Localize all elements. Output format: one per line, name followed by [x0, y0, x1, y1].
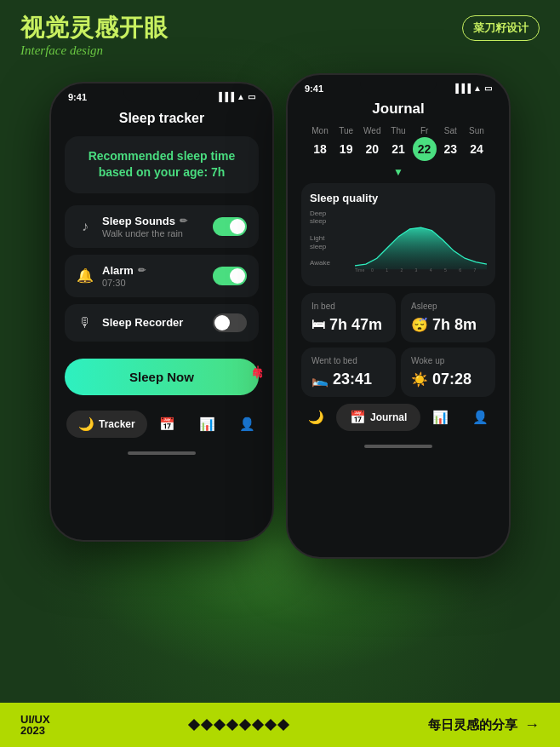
bar-chart-icon-right: 📊: [432, 410, 449, 425]
moon-icon: 🌙: [78, 417, 94, 432]
nav-tracker[interactable]: 🌙 Tracker: [66, 411, 147, 438]
footer-diamonds: [190, 721, 288, 729]
stat-value-1: 😴 7h 8m: [411, 316, 485, 334]
nav-profile[interactable]: 👤: [227, 411, 267, 438]
screen-title: Sleep tracker: [65, 111, 259, 126]
setting-name-2: Sleep Recorder: [102, 316, 204, 329]
battery-icon: ▭: [248, 92, 255, 101]
right-phone: 9:41 ▐▐▐ ▲ ▭ Journal Mon 18 Tue: [286, 73, 511, 559]
diamond-8: [277, 719, 289, 731]
stat-label-0: In bed: [311, 302, 386, 311]
label-deep: Deepsleep: [310, 210, 348, 226]
nav-journal[interactable]: 📅 Journal: [336, 404, 420, 431]
footer-bar: UI/UX 2023 每日灵感的分享 →: [0, 703, 560, 747]
signal-icon: ▐▐▐: [216, 92, 234, 101]
bottom-nav-right: 🌙 📅 Journal 📊 👤: [288, 397, 509, 441]
calendar-strip: Mon 18 Tue 19 Wed 20 Thu 21: [301, 126, 495, 161]
sleep-now-button[interactable]: Sleep Now: [65, 359, 259, 395]
sun-emoji: ☀️: [411, 371, 428, 388]
mic-icon: 🎙: [77, 315, 94, 330]
bar-chart-icon: 📊: [199, 417, 215, 432]
cal-wed: Wed 20: [360, 126, 384, 161]
nav-profile-right[interactable]: 👤: [460, 404, 500, 431]
left-phone-screen: Sleep tracker Recommended sleep time bas…: [51, 111, 272, 404]
header: 视觉灵感开眼 Interface design 菜刀籽设计: [0, 0, 560, 65]
svg-text:6: 6: [459, 267, 461, 273]
cal-tue: Tue 19: [334, 126, 358, 161]
svg-text:5: 5: [444, 267, 447, 273]
home-indicator-left: [128, 451, 196, 455]
status-icons-left: ▐▐▐ ▲ ▭: [216, 92, 255, 101]
stats-grid: In bed 🛏 7h 47m Asleep 😴 7h 8m: [301, 293, 495, 397]
stat-in-bed: In bed 🛏 7h 47m: [301, 293, 396, 342]
diamond-6: [252, 719, 264, 731]
svg-text:2: 2: [400, 267, 403, 273]
toggle-1[interactable]: [213, 267, 247, 285]
bed-emoji: 🛏: [311, 317, 325, 332]
status-icons-right: ▐▐▐ ▲ ▭: [453, 83, 492, 93]
toggle-2[interactable]: [213, 313, 247, 332]
calendar-icon-right: 📅: [350, 410, 366, 425]
recommend-box: Recommended sleep time based on your age…: [65, 136, 259, 193]
diamond-4: [226, 719, 238, 731]
page-wrapper: 视觉灵感开眼 Interface design 菜刀籽设计 9:41 ▐▐▐ ▲…: [0, 0, 560, 747]
footer-right: 每日灵感的分享 →: [428, 716, 540, 734]
setting-info-1: Alarm ✏ 07:30: [102, 264, 204, 288]
svg-text:0: 0: [371, 267, 374, 273]
recommend-value: 7h: [211, 165, 225, 179]
edit-icon-1: ✏: [138, 265, 146, 276]
cal-fri: Fr 22: [413, 126, 437, 161]
label-awake: Awake: [310, 259, 348, 267]
music-icon: ♪: [77, 219, 94, 234]
chart-area: Deepsleep Lightsleep Awake: [310, 210, 487, 281]
setting-row-0[interactable]: ♪ Sleep Sounds ✏ Walk under the rain: [65, 205, 259, 248]
nav-calendar[interactable]: 📅: [147, 411, 187, 438]
footer-year: 2023: [20, 725, 50, 736]
setting-info-0: Sleep Sounds ✏ Walk under the rain: [102, 215, 204, 238]
chart-title: Sleep quality: [310, 192, 487, 204]
stat-value-2: 🛌 23:41: [311, 371, 386, 388]
chevron-down-icon: ▼: [301, 166, 495, 178]
sleeping-emoji: 🛌: [311, 371, 329, 388]
setting-sub-0: Walk under the rain: [102, 228, 204, 238]
stat-value-0: 🛏 7h 47m: [311, 316, 386, 334]
nav-stats[interactable]: 📊: [187, 411, 227, 438]
diamond-1: [188, 719, 200, 731]
sub-title: Interface design: [20, 43, 169, 58]
setting-row-2[interactable]: 🎙 Sleep Recorder: [65, 304, 259, 342]
cal-sun: Sun 24: [465, 126, 489, 161]
title-block: 视觉灵感开眼 Interface design: [20, 15, 169, 58]
footer-left: UI/UX 2023: [20, 714, 50, 736]
setting-row-1[interactable]: 🔔 Alarm ✏ 07:30: [65, 255, 259, 297]
nav-stats-right[interactable]: 📊: [420, 404, 460, 431]
setting-info-2: Sleep Recorder: [102, 316, 204, 329]
setting-sub-1: 07:30: [102, 278, 204, 288]
signal-icon-r: ▐▐▐: [453, 83, 471, 93]
footer-slogan: 每日灵感的分享: [428, 717, 517, 733]
status-time-left: 9:41: [68, 92, 87, 102]
calendar-icon: 📅: [159, 417, 175, 432]
footer-arrow: →: [524, 716, 540, 734]
toggle-0[interactable]: [213, 217, 247, 236]
stat-value-3: ☀️ 07:28: [411, 371, 485, 388]
diamond-5: [239, 719, 251, 731]
svg-text:4: 4: [430, 267, 432, 273]
battery-icon-r: ▭: [484, 83, 492, 93]
main-title: 视觉灵感开眼: [20, 15, 169, 42]
phones-row: 9:41 ▐▐▐ ▲ ▭ Sleep tracker Recommended s…: [0, 65, 560, 747]
cal-sat: Sat 23: [438, 126, 462, 161]
sleep-emoji: 😴: [411, 317, 428, 333]
journal-nav-label: Journal: [370, 411, 407, 423]
stat-went-to-bed: Went to bed 🛌 23:41: [301, 348, 396, 397]
chart-box: Sleep quality Deepsleep Lightsleep Awake: [301, 183, 495, 286]
svg-text:3: 3: [415, 267, 418, 273]
notch-right: [360, 75, 437, 94]
watermark: 小红书: [251, 358, 264, 363]
stat-asleep: Asleep 😴 7h 8m: [401, 293, 495, 342]
user-icon-right: 👤: [472, 410, 489, 425]
brand-badge[interactable]: 菜刀籽设计: [462, 15, 540, 41]
diamond-2: [201, 719, 213, 731]
svg-text:1: 1: [386, 267, 388, 273]
status-time-right: 9:41: [305, 83, 323, 94]
nav-moon-right[interactable]: 🌙: [296, 404, 336, 431]
